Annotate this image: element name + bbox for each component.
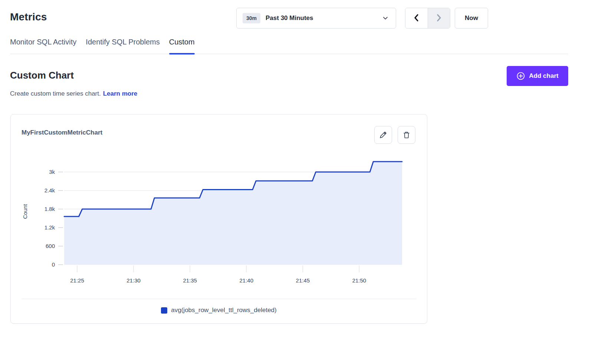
- previous-time-window-button[interactable]: [405, 8, 428, 28]
- svg-text:600: 600: [46, 243, 55, 249]
- custom-metric-chart-card: MyFirstCustomMetricChart 06001.2k1.8k2.4…: [10, 114, 427, 324]
- subtitle-text: Create custom time series chart.: [10, 90, 101, 97]
- trash-icon: [402, 131, 411, 139]
- add-chart-button[interactable]: Add chart: [507, 66, 568, 86]
- chart-legend: avg(jobs_row_level_ttl_rows_deleted): [11, 307, 427, 314]
- next-time-window-button[interactable]: [428, 8, 450, 28]
- time-window-nav: [405, 8, 450, 29]
- svg-text:3k: 3k: [49, 169, 55, 175]
- section-subtitle: Create custom time series chart.Learn mo…: [10, 90, 137, 97]
- page-title: Metrics: [10, 11, 47, 23]
- edit-chart-button[interactable]: [374, 126, 392, 144]
- learn-more-link[interactable]: Learn more: [103, 90, 138, 97]
- chevron-down-icon: [382, 15, 388, 21]
- svg-text:21:25: 21:25: [70, 277, 84, 284]
- metrics-page: Metrics 30m Past 30 Minutes Now Monitor …: [0, 0, 612, 364]
- add-chart-label: Add chart: [529, 72, 558, 80]
- legend-series-label: avg(jobs_row_level_ttl_rows_deleted): [171, 307, 276, 314]
- metrics-tabs: Monitor SQL Activity Identify SQL Proble…: [10, 37, 568, 54]
- svg-text:21:30: 21:30: [126, 277, 141, 284]
- svg-text:Count: Count: [22, 204, 28, 219]
- svg-text:2.4k: 2.4k: [45, 187, 55, 193]
- legend-divider: [22, 299, 416, 299]
- now-button[interactable]: Now: [455, 8, 488, 29]
- tab-monitor-sql-activity[interactable]: Monitor SQL Activity: [10, 37, 76, 54]
- delete-chart-button[interactable]: [398, 126, 415, 144]
- svg-text:1.8k: 1.8k: [45, 206, 55, 212]
- chart-title: MyFirstCustomMetricChart: [22, 129, 102, 136]
- svg-text:1.2k: 1.2k: [45, 224, 55, 231]
- svg-text:21:40: 21:40: [239, 277, 253, 284]
- chevron-right-icon: [435, 14, 442, 23]
- legend-color-swatch: [161, 307, 167, 314]
- section-title: Custom Chart: [10, 70, 74, 81]
- pencil-icon: [379, 131, 387, 139]
- plus-circle-icon: [516, 72, 525, 80]
- svg-text:21:50: 21:50: [352, 277, 366, 284]
- svg-text:0: 0: [52, 261, 55, 268]
- custom-time-series-chart: 06001.2k1.8k2.4k3k21:2521:3021:3521:4021…: [11, 152, 428, 288]
- svg-text:21:45: 21:45: [296, 277, 310, 284]
- tab-custom[interactable]: Custom: [169, 37, 195, 54]
- tab-identify-sql-problems[interactable]: Identify SQL Problems: [86, 37, 159, 54]
- time-range-dropdown[interactable]: 30m Past 30 Minutes: [236, 8, 396, 29]
- svg-text:21:35: 21:35: [183, 277, 197, 284]
- chevron-left-icon: [413, 14, 420, 23]
- time-range-label: Past 30 Minutes: [266, 14, 313, 22]
- time-range-badge: 30m: [243, 13, 260, 23]
